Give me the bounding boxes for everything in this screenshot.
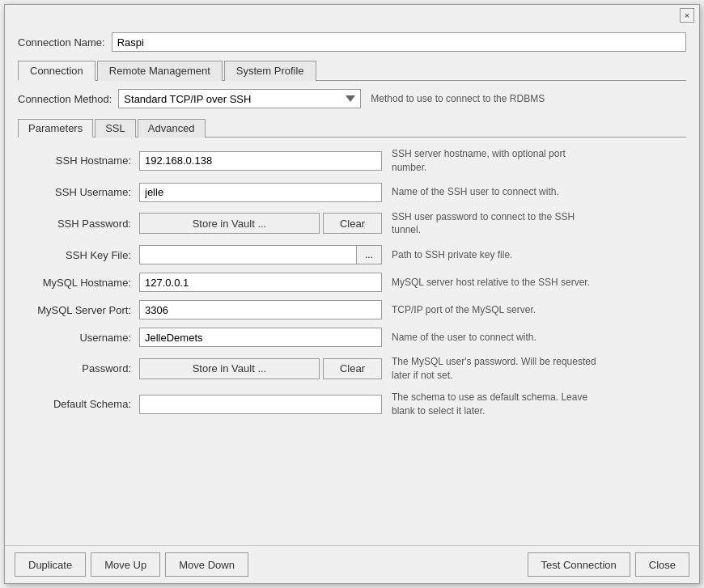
tab-advanced[interactable]: Advanced [138,119,206,137]
tab-remote-management[interactable]: Remote Management [97,61,223,81]
tab-connection[interactable]: Connection [18,61,95,81]
connection-name-row: Connection Name: [18,32,686,52]
connection-dialog: × Connection Name: Connection Remote Man… [4,4,700,584]
ssh-key-file-group: ... [139,245,382,264]
default-schema-hint: The schema to use as default schema. Lea… [392,391,602,418]
window-close-button[interactable]: × [680,8,694,23]
tab-ssl[interactable]: SSL [95,119,136,137]
mysql-hostname-input[interactable] [139,273,382,292]
ssh-password-label: SSH Password: [18,218,139,230]
connection-method-hint: Method to use to connect to the RDBMS [371,93,545,104]
test-connection-button[interactable]: Test Connection [528,552,630,577]
mysql-hostname-hint: MySQL server host relative to the SSH se… [392,276,590,290]
ssh-username-label: SSH Username: [18,186,139,198]
ssh-hostname-input[interactable] [139,151,382,171]
connection-method-row: Connection Method: Standard TCP/IP over … [18,89,686,108]
tab-parameters[interactable]: Parameters [18,119,93,137]
password-btn-group: Store in Vault ... Clear [139,358,382,379]
default-schema-input[interactable] [139,395,382,414]
default-schema-label: Default Schema: [18,398,139,410]
dialog-footer: Duplicate Move Up Move Down Test Connect… [5,545,699,583]
ssh-key-file-row: SSH Key File: ... Path to SSH private ke… [18,245,686,264]
ssh-username-row: SSH Username: Name of the SSH user to co… [18,183,686,202]
close-button[interactable]: Close [635,552,689,577]
mysql-server-port-label: MySQL Server Port: [18,304,139,316]
password-store-button[interactable]: Store in Vault ... [139,358,320,379]
mysql-hostname-label: MySQL Hostname: [18,277,139,289]
password-hint: The MySQL user's password. Will be reque… [392,355,602,383]
ssh-password-store-button[interactable]: Store in Vault ... [139,213,320,234]
ssh-username-input[interactable] [139,183,382,202]
move-down-button[interactable]: Move Down [165,552,248,577]
username-hint: Name of the user to connect with. [392,331,536,345]
ssh-hostname-row: SSH Hostname: SSH server hostname, with … [18,147,686,175]
parameters-content: SSH Hostname: SSH server hostname, with … [18,147,686,539]
connection-method-select[interactable]: Standard TCP/IP over SSH Standard (TCP/I… [118,89,361,108]
username-row: Username: Name of the user to connect wi… [18,328,686,347]
dialog-body: Connection Name: Connection Remote Manag… [5,26,699,545]
mysql-server-port-row: MySQL Server Port: TCP/IP port of the My… [18,300,686,319]
duplicate-button[interactable]: Duplicate [15,552,86,577]
footer-left-buttons: Duplicate Move Up Move Down [15,552,248,577]
ssh-key-file-label: SSH Key File: [18,249,139,261]
password-row: Password: Store in Vault ... Clear The M… [18,355,686,383]
ssh-password-clear-button[interactable]: Clear [323,213,382,234]
ssh-password-row: SSH Password: Store in Vault ... Clear S… [18,210,686,238]
ssh-key-file-input[interactable] [139,245,356,264]
tab-system-profile[interactable]: System Profile [224,61,316,81]
move-up-button[interactable]: Move Up [91,552,160,577]
ssh-password-btn-group: Store in Vault ... Clear [139,213,382,234]
username-label: Username: [18,332,139,344]
ssh-hostname-hint: SSH server hostname, with optional port … [392,147,602,175]
main-tabs-bar: Connection Remote Management System Prof… [18,60,686,81]
password-label: Password: [18,362,139,374]
ssh-key-file-browse-button[interactable]: ... [356,245,382,264]
footer-right-buttons: Test Connection Close [528,552,689,577]
mysql-server-port-hint: TCP/IP port of the MySQL server. [392,303,536,317]
ssh-username-hint: Name of the SSH user to connect with. [392,185,559,199]
username-input[interactable] [139,328,382,347]
inner-tabs-bar: Parameters SSL Advanced [18,118,686,137]
connection-name-input[interactable] [112,32,686,52]
default-schema-row: Default Schema: The schema to use as def… [18,391,686,418]
title-bar: × [5,5,699,26]
mysql-hostname-row: MySQL Hostname: MySQL server host relati… [18,273,686,292]
connection-name-label: Connection Name: [18,36,105,49]
connection-method-label: Connection Method: [18,93,112,105]
ssh-hostname-label: SSH Hostname: [18,154,139,167]
ssh-key-file-hint: Path to SSH private key file. [392,248,512,262]
mysql-server-port-input[interactable] [139,300,382,319]
ssh-password-hint: SSH user password to connect to the SSH … [392,210,602,238]
password-clear-button[interactable]: Clear [323,358,382,379]
